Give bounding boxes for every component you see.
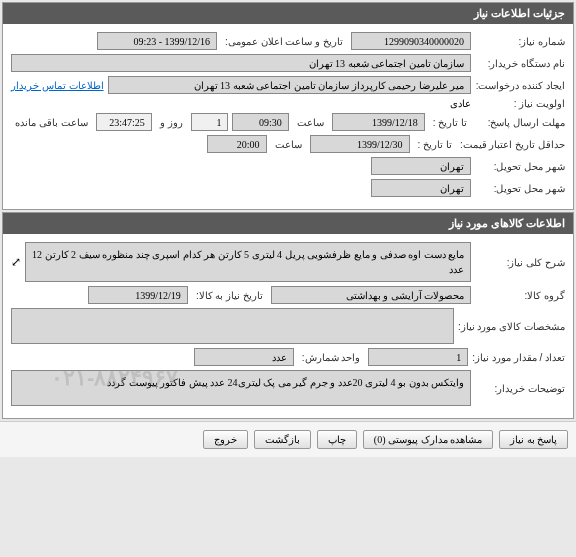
print-button[interactable]: چاپ (317, 430, 357, 449)
validity-label: حداقل تاریخ اعتبار قیمت: (460, 138, 565, 151)
desc-value: مایع دست اوه صدفی و مایع ظرفشویی پریل 4 … (25, 242, 471, 282)
group-label: گروه کالا: (475, 290, 565, 301)
delivery-city-2: تهران (371, 179, 471, 197)
creator-value: میر علیرضا رحیمی کارپرداز سازمان تامین ا… (108, 76, 471, 94)
day-value: 1 (191, 113, 229, 131)
validity-date: 1399/12/30 (310, 135, 410, 153)
announce-value: 1399/12/16 - 09:23 (97, 32, 217, 50)
need-date-label: تاریخ نیاز به کالا: (192, 290, 267, 301)
priority-value: عادی (450, 98, 471, 109)
unit-value: عدد (194, 348, 294, 366)
expand-icon[interactable]: ⤢ (11, 255, 21, 269)
to-date-label: تا تاریخ : (429, 117, 471, 128)
day-label: روز و (156, 117, 187, 128)
time-label-1: ساعت (293, 117, 328, 128)
spec-value (11, 308, 454, 344)
buyer-label: نام دستگاه خریدار: (475, 58, 565, 69)
deadline-time: 09:30 (232, 113, 288, 131)
panel-header-goods: اطلاعات کالاهای مورد نیاز (3, 213, 573, 234)
delivery-city-label: شهر محل تحویل: (475, 161, 565, 172)
contact-link[interactable]: اطلاعات تماس خریدار (11, 80, 104, 91)
group-value: محصولات آرایشی و بهداشتی (271, 286, 471, 304)
goods-info-panel: اطلاعات کالاهای مورد نیاز شرح کلی نیاز: … (2, 212, 574, 419)
announce-label: تاریخ و ساعت اعلان عمومی: (221, 36, 347, 47)
remain-label: ساعت باقی مانده (11, 117, 92, 128)
delivery-city-1: تهران (371, 157, 471, 175)
validity-time: 20:00 (207, 135, 267, 153)
qty-value: 1 (368, 348, 468, 366)
button-bar: پاسخ به نیاز مشاهده مدارک پیوستی (0) چاپ… (0, 421, 576, 457)
deadline-date: 1399/12/18 (332, 113, 425, 131)
delivery-city-label-2: شهر محل تحویل: (475, 183, 565, 194)
remain-time: 23:47:25 (96, 113, 152, 131)
need-date-value: 1399/12/19 (88, 286, 188, 304)
spec-label: مشخصات کالای مورد نیاز: (458, 321, 565, 332)
need-details-panel: جزئیات اطلاعات نیاز شماره نیاز: 12990903… (2, 2, 574, 210)
back-button[interactable]: بازگشت (254, 430, 311, 449)
need-number-value: 1299090340000020 (351, 32, 471, 50)
buyer-value: سازمان تامین اجتماعی شعبه 13 تهران (11, 54, 471, 72)
to-date-label-2: تا تاریخ : (414, 139, 456, 150)
buyer-notes-label: توضیحات خریدار: (475, 383, 565, 394)
attachments-label: مشاهده مدارک پیوستی (388, 434, 482, 445)
respond-button[interactable]: پاسخ به نیاز (499, 430, 568, 449)
desc-label: شرح کلی نیاز: (475, 257, 565, 268)
qty-label: تعداد / مقدار مورد نیاز: (472, 352, 565, 363)
unit-label: واحد شمارش: (298, 352, 365, 363)
time-label-2: ساعت (271, 139, 306, 150)
priority-label: اولویت نیاز : (475, 98, 565, 109)
exit-button[interactable]: خروج (203, 430, 248, 449)
deadline-label: مهلت ارسال پاسخ: (475, 117, 565, 128)
buyer-notes-value: وایتکس بدون بو 4 لیتری 20عدد و جرم گیر م… (11, 370, 471, 406)
need-number-label: شماره نیاز: (475, 36, 565, 47)
panel-header-details: جزئیات اطلاعات نیاز (3, 3, 573, 24)
attachments-count: (0) (374, 434, 386, 445)
attachments-button[interactable]: مشاهده مدارک پیوستی (0) (363, 430, 493, 449)
creator-label: ایجاد کننده درخواست: (475, 80, 565, 91)
